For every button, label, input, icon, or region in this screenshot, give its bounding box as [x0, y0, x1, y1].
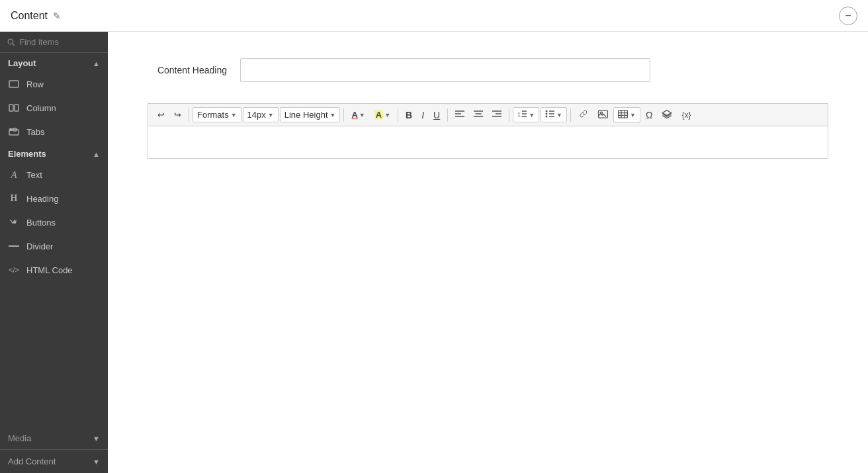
svg-rect-2 — [9, 81, 19, 87]
underline-button[interactable]: U — [429, 107, 444, 123]
toolbar-sep-5 — [509, 108, 509, 122]
toolbar-sep-2 — [343, 108, 344, 122]
heading-label: Heading — [26, 194, 58, 204]
bg-color-button[interactable]: A ▼ — [370, 107, 394, 122]
toolbar-sep-1 — [189, 108, 189, 122]
tabs-icon — [8, 126, 20, 138]
ol-chevron-icon: ▼ — [529, 112, 535, 118]
table-button[interactable]: ▼ — [613, 107, 640, 123]
svg-rect-4 — [15, 105, 19, 111]
add-content-chevron-down-icon: ▼ — [93, 458, 100, 466]
table-icon — [618, 110, 628, 120]
svg-rect-30 — [619, 110, 628, 117]
page-title: Content — [11, 10, 48, 22]
layout-chevron-up-icon: ▲ — [93, 60, 100, 67]
svg-point-24 — [546, 113, 548, 115]
layers-button[interactable] — [658, 107, 676, 123]
svg-point-22 — [546, 110, 548, 112]
special-char-button[interactable]: Ω — [642, 107, 656, 123]
close-button[interactable]: − — [839, 7, 857, 25]
divider-element-icon — [8, 240, 20, 252]
italic-icon: I — [421, 110, 424, 120]
text-element-icon: A — [8, 169, 20, 181]
align-center-button[interactable] — [470, 107, 487, 122]
sidebar-item-row[interactable]: Row — [0, 72, 108, 96]
font-color-button[interactable]: A ▼ — [347, 107, 369, 122]
sidebar-item-column[interactable]: Column — [0, 96, 108, 120]
align-right-icon — [492, 110, 501, 120]
content-heading-label: Content Heading — [148, 65, 227, 75]
buttons-element-icon — [8, 216, 20, 228]
elements-section-label: Elements — [8, 149, 46, 159]
ordered-list-icon: 1. — [517, 110, 527, 120]
elements-section-header[interactable]: Elements ▲ — [0, 144, 108, 163]
svg-point-26 — [546, 116, 548, 118]
tabs-label: Tabs — [26, 127, 44, 137]
column-icon — [8, 102, 20, 114]
line-height-label: Line Height — [284, 110, 328, 120]
align-right-button[interactable] — [488, 107, 505, 122]
link-icon — [578, 110, 589, 120]
bold-button[interactable]: B — [402, 107, 416, 123]
font-size-label: 14px — [247, 110, 266, 120]
content-heading-input[interactable] — [240, 58, 650, 82]
font-color-icon: A — [351, 110, 357, 120]
sidebar-item-text[interactable]: A Text — [0, 163, 108, 187]
bg-color-chevron-icon: ▼ — [384, 112, 390, 118]
underline-icon: U — [433, 110, 440, 120]
align-center-icon — [474, 110, 483, 120]
content-heading-row: Content Heading — [148, 58, 828, 82]
layout-section-header[interactable]: Layout ▲ — [0, 53, 108, 72]
ordered-list-button[interactable]: 1. ▼ — [513, 107, 539, 122]
toolbar-sep-3 — [398, 108, 398, 122]
line-height-dropdown[interactable]: Line Height ▼ — [280, 107, 341, 122]
edit-icon[interactable]: ✎ — [53, 11, 61, 21]
add-content-label: Add Content — [8, 456, 56, 466]
redo-icon: ↪ — [174, 110, 181, 120]
font-color-chevron-icon: ▼ — [359, 112, 365, 118]
align-left-button[interactable] — [451, 107, 468, 122]
row-icon — [8, 78, 20, 90]
sidebar-item-divider[interactable]: Divider — [0, 234, 108, 258]
divider-label: Divider — [26, 241, 53, 251]
undo-button[interactable]: ↩ — [153, 107, 169, 122]
sidebar-item-html-code[interactable]: </> HTML Code — [0, 258, 108, 282]
search-input[interactable] — [19, 37, 101, 47]
bg-color-icon: A — [374, 110, 383, 120]
search-icon — [7, 38, 15, 46]
font-size-chevron-down-icon: ▼ — [268, 112, 274, 118]
top-bar: Content ✎ − — [0, 0, 868, 32]
sidebar-item-heading[interactable]: H Heading — [0, 187, 108, 210]
media-section-header[interactable]: Media ▼ — [0, 427, 108, 449]
formats-chevron-down-icon: ▼ — [231, 112, 237, 118]
media-chevron-down-icon: ▼ — [93, 435, 100, 443]
svg-rect-6 — [9, 128, 13, 131]
column-label: Column — [26, 103, 56, 113]
formats-dropdown[interactable]: Formats ▼ — [193, 107, 241, 122]
unordered-list-button[interactable]: ▼ — [541, 107, 567, 122]
redo-button[interactable]: ↪ — [170, 107, 185, 122]
formats-label: Formats — [197, 110, 229, 120]
text-label: Text — [26, 170, 42, 180]
link-button[interactable] — [574, 107, 593, 122]
editor-toolbar: ↩ ↪ Formats ▼ 14px ▼ Line Height ▼ A ▼ — [148, 103, 828, 126]
editor-content[interactable] — [148, 126, 828, 159]
sidebar-search-container — [0, 32, 108, 53]
sidebar-item-buttons[interactable]: Buttons — [0, 210, 108, 234]
image-icon — [598, 110, 608, 120]
layout-section-label: Layout — [8, 58, 36, 68]
svg-line-1 — [13, 44, 15, 46]
line-height-chevron-down-icon: ▼ — [330, 112, 336, 118]
variable-button[interactable]: {x} — [677, 108, 695, 122]
svg-point-0 — [8, 39, 13, 44]
italic-button[interactable]: I — [417, 107, 428, 123]
top-bar-left: Content ✎ — [11, 10, 61, 22]
main-layout: Layout ▲ Row Column — [0, 32, 868, 473]
sidebar-item-tabs[interactable]: Tabs — [0, 120, 108, 144]
add-content-button[interactable]: Add Content ▼ — [0, 449, 108, 473]
unordered-list-icon — [545, 110, 554, 120]
undo-icon: ↩ — [157, 110, 165, 120]
font-size-dropdown[interactable]: 14px ▼ — [243, 107, 279, 122]
ul-chevron-icon: ▼ — [556, 112, 562, 118]
image-button[interactable] — [594, 107, 612, 123]
